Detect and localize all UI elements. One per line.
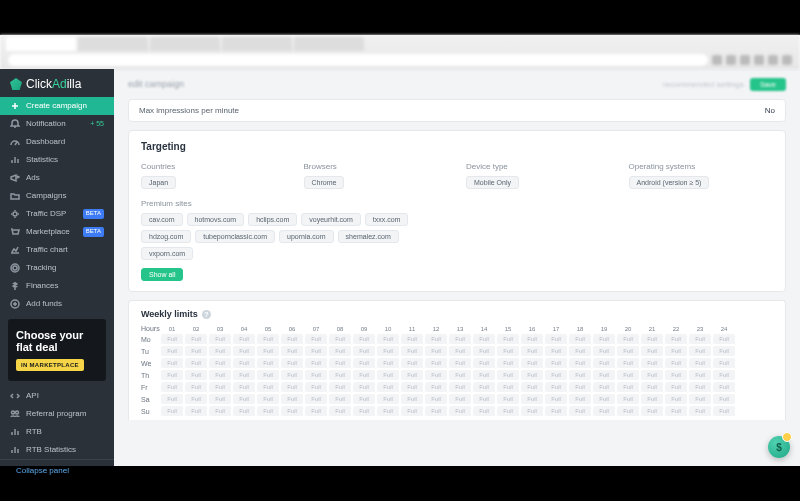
weekly-cell[interactable]: Full (281, 406, 303, 416)
weekly-cell[interactable]: Full (473, 382, 495, 392)
weekly-cell[interactable]: Full (329, 346, 351, 356)
premium-site-chip[interactable]: upornia.com (279, 230, 334, 243)
sidebar-item-traffic-dsp[interactable]: Traffic DSPBETA (0, 205, 114, 223)
weekly-cell[interactable]: Full (689, 370, 711, 380)
weekly-cell[interactable]: Full (161, 394, 183, 404)
weekly-cell[interactable]: Full (545, 334, 567, 344)
weekly-cell[interactable]: Full (281, 370, 303, 380)
weekly-cell[interactable]: Full (425, 370, 447, 380)
promo-cta[interactable]: IN MARKETPLACE (16, 359, 84, 371)
premium-site-chip[interactable]: voyeurhit.com (301, 213, 361, 226)
weekly-cell[interactable]: Full (281, 382, 303, 392)
weekly-cell[interactable]: Full (593, 382, 615, 392)
weekly-cell[interactable]: Full (617, 406, 639, 416)
weekly-cell[interactable]: Full (161, 370, 183, 380)
weekly-cell[interactable]: Full (641, 406, 663, 416)
weekly-cell[interactable]: Full (641, 382, 663, 392)
weekly-cell[interactable]: Full (593, 334, 615, 344)
weekly-cell[interactable]: Full (449, 406, 471, 416)
weekly-cell[interactable]: Full (497, 334, 519, 344)
weekly-cell[interactable]: Full (377, 406, 399, 416)
weekly-cell[interactable]: Full (185, 406, 207, 416)
brand-logo[interactable]: ClickAdilla (0, 69, 114, 97)
premium-site-chip[interactable]: txxx.com (365, 213, 409, 226)
browser-tab[interactable] (78, 37, 148, 51)
sidebar-item-traffic-chart[interactable]: Traffic chart (0, 241, 114, 259)
weekly-cell[interactable]: Full (353, 358, 375, 368)
weekly-cell[interactable]: Full (185, 346, 207, 356)
weekly-cell[interactable]: Full (377, 358, 399, 368)
sidebar-item-marketplace[interactable]: MarketplaceBETA (0, 223, 114, 241)
weekly-cell[interactable]: Full (233, 370, 255, 380)
weekly-cell[interactable]: Full (161, 406, 183, 416)
weekly-cell[interactable]: Full (233, 394, 255, 404)
weekly-cell[interactable]: Full (641, 334, 663, 344)
weekly-cell[interactable]: Full (569, 382, 591, 392)
weekly-cell[interactable]: Full (473, 370, 495, 380)
weekly-cell[interactable]: Full (209, 406, 231, 416)
weekly-cell[interactable]: Full (161, 334, 183, 344)
weekly-cell[interactable]: Full (353, 334, 375, 344)
weekly-cell[interactable]: Full (425, 334, 447, 344)
sidebar-item-finances[interactable]: Finances (0, 277, 114, 295)
help-icon[interactable]: ? (202, 310, 211, 319)
address-bar[interactable] (8, 54, 708, 66)
premium-site-chip[interactable]: hclips.com (248, 213, 297, 226)
weekly-cell[interactable]: Full (569, 394, 591, 404)
weekly-cell[interactable]: Full (281, 346, 303, 356)
weekly-cell[interactable]: Full (641, 370, 663, 380)
chip[interactable]: Android (version ≥ 5) (629, 176, 710, 189)
weekly-cell[interactable]: Full (257, 394, 279, 404)
weekly-cell[interactable]: Full (569, 406, 591, 416)
weekly-cell[interactable]: Full (521, 382, 543, 392)
weekly-cell[interactable]: Full (233, 346, 255, 356)
weekly-cell[interactable]: Full (617, 358, 639, 368)
weekly-cell[interactable]: Full (449, 358, 471, 368)
weekly-cell[interactable]: Full (497, 394, 519, 404)
weekly-cell[interactable]: Full (257, 382, 279, 392)
weekly-cell[interactable]: Full (689, 382, 711, 392)
weekly-cell[interactable]: Full (401, 346, 423, 356)
weekly-cell[interactable]: Full (161, 346, 183, 356)
weekly-cell[interactable]: Full (161, 382, 183, 392)
sidebar-item-tracking[interactable]: Tracking (0, 259, 114, 277)
weekly-cell[interactable]: Full (401, 406, 423, 416)
weekly-cell[interactable]: Full (209, 346, 231, 356)
weekly-cell[interactable]: Full (689, 358, 711, 368)
sidebar-item-rtb[interactable]: RTB (0, 423, 114, 441)
premium-site-chip[interactable]: vxporn.com (141, 247, 193, 260)
promo-card[interactable]: Choose your flat deal IN MARKETPLACE (8, 319, 106, 381)
extension-icon[interactable] (768, 55, 778, 65)
sidebar-item-add-funds[interactable]: Add funds (0, 295, 114, 313)
weekly-cell[interactable]: Full (593, 346, 615, 356)
weekly-cell[interactable]: Full (497, 346, 519, 356)
weekly-cell[interactable]: Full (713, 382, 735, 392)
weekly-cell[interactable]: Full (377, 334, 399, 344)
weekly-cell[interactable]: Full (257, 370, 279, 380)
weekly-cell[interactable]: Full (545, 406, 567, 416)
weekly-cell[interactable]: Full (257, 346, 279, 356)
weekly-cell[interactable]: Full (233, 334, 255, 344)
weekly-cell[interactable]: Full (305, 346, 327, 356)
weekly-cell[interactable]: Full (401, 394, 423, 404)
weekly-cell[interactable]: Full (545, 358, 567, 368)
weekly-cell[interactable]: Full (185, 394, 207, 404)
weekly-cell[interactable]: Full (545, 346, 567, 356)
weekly-cell[interactable]: Full (569, 370, 591, 380)
weekly-cell[interactable]: Full (305, 334, 327, 344)
weekly-cell[interactable]: Full (569, 358, 591, 368)
weekly-cell[interactable]: Full (665, 346, 687, 356)
browser-tab[interactable] (150, 37, 220, 51)
weekly-cell[interactable]: Full (209, 394, 231, 404)
weekly-cell[interactable]: Full (473, 406, 495, 416)
weekly-cell[interactable]: Full (641, 346, 663, 356)
weekly-cell[interactable]: Full (689, 406, 711, 416)
weekly-cell[interactable]: Full (257, 358, 279, 368)
weekly-cell[interactable]: Full (713, 370, 735, 380)
extension-icon[interactable] (740, 55, 750, 65)
weekly-cell[interactable]: Full (329, 334, 351, 344)
weekly-cell[interactable]: Full (617, 346, 639, 356)
weekly-cell[interactable]: Full (233, 382, 255, 392)
weekly-cell[interactable]: Full (281, 394, 303, 404)
weekly-cell[interactable]: Full (377, 382, 399, 392)
